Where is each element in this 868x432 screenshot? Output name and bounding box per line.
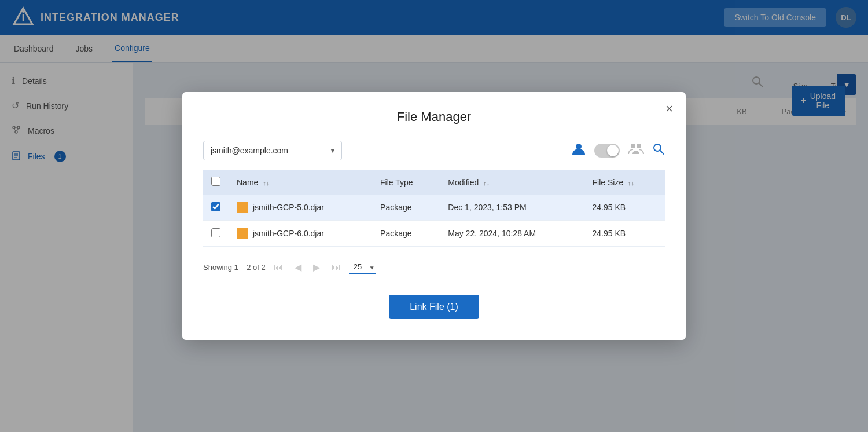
- user-group-toggle[interactable]: [594, 144, 620, 158]
- row-2-modified: May 22, 2024, 10:28 AM: [440, 221, 584, 247]
- file-icon-2: [237, 228, 248, 239]
- file-manager-modal: File Manager × jsmith@example.com ▼: [182, 92, 686, 340]
- name-sort-icon[interactable]: ↑↓: [263, 180, 269, 186]
- svg-point-18: [654, 144, 661, 151]
- modified-sort-icon[interactable]: ↑↓: [483, 180, 490, 186]
- group-icon[interactable]: [628, 141, 644, 160]
- svg-point-15: [576, 144, 582, 149]
- showing-text: Showing 1 – 2 of 2: [203, 263, 266, 272]
- file-table: Name ↑↓ File Type Modified ↑↓ File Size …: [203, 170, 665, 247]
- row-1-size: 24.95 KB: [584, 195, 665, 221]
- svg-line-19: [660, 151, 664, 154]
- row-1-type: Package: [372, 195, 440, 221]
- toggle-knob: [607, 145, 619, 156]
- col-file-size: File Size ↑↓: [584, 170, 665, 195]
- modal-close-button[interactable]: ×: [665, 102, 673, 115]
- user-select[interactable]: jsmith@example.com: [203, 141, 342, 160]
- per-page-select[interactable]: 102550: [349, 261, 376, 274]
- modal-overlay: File Manager × jsmith@example.com ▼: [0, 0, 868, 432]
- link-btn-wrapper: Link File (1): [203, 295, 665, 319]
- row-1-checkbox[interactable]: [211, 202, 220, 211]
- col-name: Name ↑↓: [229, 170, 372, 195]
- row-2-checkbox[interactable]: [211, 228, 220, 237]
- table-row[interactable]: jsmith-GCP-6.0.djar Package May 22, 2024…: [203, 221, 665, 247]
- prev-page-button[interactable]: ◀: [291, 261, 305, 274]
- select-all-header: [203, 170, 229, 195]
- svg-point-16: [631, 144, 635, 148]
- file-icon-1: [237, 202, 248, 213]
- col-file-type: File Type: [372, 170, 440, 195]
- toolbar-icons: [571, 141, 665, 160]
- table-row[interactable]: jsmith-GCP-5.0.djar Package Dec 1, 2023,…: [203, 195, 665, 221]
- svg-point-17: [637, 144, 641, 148]
- link-file-button[interactable]: Link File (1): [389, 295, 479, 319]
- modal-title: File Manager: [203, 109, 665, 125]
- col-modified: Modified ↑↓: [440, 170, 584, 195]
- file-size-sort-icon[interactable]: ↑↓: [628, 180, 634, 186]
- per-page-wrapper: 102550 ▼: [349, 261, 376, 274]
- user-select-wrapper: jsmith@example.com ▼: [203, 141, 342, 160]
- modal-toolbar: jsmith@example.com ▼: [203, 141, 665, 160]
- next-page-button[interactable]: ▶: [310, 261, 323, 274]
- user-icon[interactable]: [571, 141, 586, 160]
- row-2-type: Package: [372, 221, 440, 247]
- pagination: Showing 1 – 2 of 2 ⏮ ◀ ▶ ⏭ 102550 ▼: [203, 261, 665, 274]
- row-1-name: jsmith-GCP-5.0.djar: [229, 195, 372, 221]
- last-page-button[interactable]: ⏭: [328, 261, 344, 274]
- row-1-modified: Dec 1, 2023, 1:53 PM: [440, 195, 584, 221]
- search-icon[interactable]: [652, 142, 665, 159]
- row-2-size: 24.95 KB: [584, 221, 665, 247]
- first-page-button[interactable]: ⏮: [270, 261, 286, 274]
- select-all-checkbox[interactable]: [211, 177, 220, 186]
- row-2-name: jsmith-GCP-6.0.djar: [229, 221, 372, 247]
